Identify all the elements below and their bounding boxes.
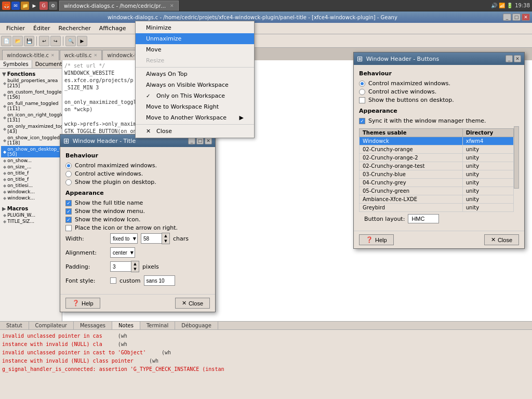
firefox-icon[interactable]: 🦊 bbox=[2, 2, 10, 10]
toolbar-save[interactable]: 💾 bbox=[24, 36, 34, 46]
dialog-buttons-minimize[interactable]: _ bbox=[506, 55, 513, 62]
ctx-move[interactable]: Move bbox=[136, 44, 254, 55]
cb-window-icon[interactable]: ✓ Show the window Icon. bbox=[65, 216, 210, 223]
dialog-title-close-x[interactable]: ✕ bbox=[205, 137, 212, 144]
tree-item-1[interactable]: ◆ on_custom_font_toggled [156] bbox=[1, 89, 61, 100]
tree-item-4[interactable]: ◆ on_only_maximized_toggled [43] bbox=[1, 123, 61, 135]
tree-section-fonctions[interactable]: ▼ Fonctions bbox=[1, 71, 61, 77]
terminal-icon[interactable]: ▶ bbox=[30, 2, 38, 10]
theme-row-4[interactable]: 03-Crunchy-blue unity bbox=[360, 170, 514, 179]
menu-editer[interactable]: Éditer bbox=[29, 24, 55, 33]
doc-tab-close-0[interactable]: ✕ bbox=[51, 53, 55, 58]
bottom-tab-notes[interactable]: Notes bbox=[112, 322, 140, 329]
menu-rechercher[interactable]: Rechercher bbox=[55, 24, 95, 33]
db-sync-checkbox[interactable]: ✓ Sync it with the window manager theme. bbox=[359, 117, 519, 124]
dialog-title-maximize[interactable]: □ bbox=[196, 137, 204, 144]
dialog-title-minimize[interactable]: _ bbox=[188, 137, 195, 144]
ctx-close[interactable]: ✕ Close bbox=[136, 126, 254, 137]
tree-item-3[interactable]: ◆ on_icon_on_right_toggled [131] bbox=[1, 112, 61, 123]
dialog-buttons-close-btn[interactable]: ✕ Close bbox=[484, 234, 519, 245]
radio-show-plugin[interactable]: Show the plugin on desktop. bbox=[65, 179, 210, 185]
cb-icon-right[interactable]: Place the icon or the arrow on right. bbox=[65, 224, 210, 231]
dialog-title-help-btn[interactable]: ❓ Help bbox=[65, 298, 100, 309]
db-radio-maximized[interactable]: Control maximized windows. bbox=[359, 80, 519, 87]
tree-macro-1[interactable]: ◆ TITLE_SIZ... bbox=[1, 218, 61, 224]
tree-item-13[interactable]: ◆ windowck... bbox=[1, 195, 61, 201]
tree-item-10[interactable]: ◆ on_title_f bbox=[1, 176, 61, 182]
theme-row-6[interactable]: 05-Crunchy-green unity bbox=[360, 187, 514, 195]
close-btn[interactable]: ✕ bbox=[522, 14, 530, 21]
tree-item-9[interactable]: ◆ on_title_f bbox=[1, 170, 61, 176]
menu-fichier[interactable]: Fichier bbox=[2, 24, 29, 33]
padding-increment-btn[interactable]: ▲ bbox=[131, 261, 139, 267]
toolbar-undo[interactable]: ↩ bbox=[39, 36, 49, 46]
ctx-always-on-top[interactable]: Always On Top bbox=[136, 69, 254, 79]
cb-window-menu[interactable]: ✓ Show the window menu. bbox=[65, 208, 210, 215]
theme-row-8[interactable]: Greybird unity bbox=[360, 204, 514, 212]
theme-row-1[interactable]: 02-Crunchy-orange unity bbox=[360, 145, 514, 154]
ctx-unmaximize[interactable]: Unmaximize bbox=[136, 33, 254, 44]
alignment-select[interactable]: center left right bbox=[110, 247, 135, 258]
ctx-resize[interactable]: Resize bbox=[136, 55, 254, 66]
tree-item-7[interactable]: ◆ on_show... bbox=[1, 157, 61, 164]
dialog-buttons-close-x[interactable]: ✕ bbox=[514, 55, 521, 62]
width-decrement-btn[interactable]: ▼ bbox=[162, 238, 169, 244]
padding-decrement-btn[interactable]: ▼ bbox=[131, 267, 139, 272]
theme-scrollbar[interactable] bbox=[514, 126, 519, 189]
theme-row-3[interactable]: 02-Crunchy-orange-test unity bbox=[360, 162, 514, 170]
geany-icon[interactable]: G bbox=[39, 2, 48, 10]
minimize-btn[interactable]: _ bbox=[503, 14, 511, 21]
toolbar-search[interactable]: 🔍 bbox=[65, 36, 76, 46]
bottom-tab-messages[interactable]: Messages bbox=[74, 322, 112, 329]
ctx-minimize[interactable]: Minimize bbox=[136, 22, 254, 33]
tree-item-2[interactable]: ◆ on_full_name_toggled [111] bbox=[1, 100, 61, 112]
font-value-input[interactable] bbox=[144, 275, 175, 286]
bottom-tab-compilateur[interactable]: Compilateur bbox=[29, 322, 74, 329]
theme-row-2[interactable]: 02-Crunchy-orange-2 unity bbox=[360, 154, 514, 162]
doc-tab-0[interactable]: windowck-title.c ✕ bbox=[2, 50, 59, 60]
cb-full-title[interactable]: ✓ Show the full title name bbox=[65, 200, 210, 206]
db-radio-desktop[interactable]: Show the buttons on desktop. bbox=[359, 97, 519, 103]
theme-row-7[interactable]: Ambiance-Xfce-LXDE unity bbox=[360, 195, 514, 204]
radio-control-active[interactable]: Control active windows. bbox=[65, 170, 210, 177]
toolbar-new[interactable]: 📄 bbox=[1, 36, 11, 46]
ctx-move-workspace-right[interactable]: Move to Workspace Right bbox=[136, 101, 254, 112]
doc-tab-close-1[interactable]: ✕ bbox=[94, 53, 98, 58]
tree-item-6[interactable]: ◆ on_show_on_desktop_toggled [50] bbox=[1, 146, 61, 157]
left-tab-documents[interactable]: Documents bbox=[32, 60, 62, 68]
taskbar-tab-close[interactable]: ✕ bbox=[170, 3, 174, 8]
thunderbird-icon[interactable]: ✉ bbox=[11, 2, 20, 10]
toolbar-compile[interactable]: ▶ bbox=[77, 36, 87, 46]
radio-control-maximized[interactable]: Control maximized windows. bbox=[65, 162, 210, 169]
dialog-title-close-btn[interactable]: ✕ Close bbox=[175, 298, 210, 309]
maximize-btn[interactable]: □ bbox=[512, 14, 521, 21]
toolbar-redo[interactable]: ↪ bbox=[50, 36, 61, 46]
doc-tab-1[interactable]: wck-utils.c ✕ bbox=[60, 50, 102, 60]
bottom-tab-statut[interactable]: Statut bbox=[0, 322, 29, 329]
tree-section-macros[interactable]: ▶ Macros bbox=[1, 205, 61, 212]
button-layout-input[interactable] bbox=[408, 214, 439, 223]
tree-item-0[interactable]: ◆ build_properties_area [215] bbox=[1, 77, 61, 89]
taskbar-tab-active[interactable]: windowck-dialogs.c - /home/cedric/projet… bbox=[59, 1, 179, 11]
toolbar-open[interactable]: 📂 bbox=[12, 36, 23, 46]
left-tab-symboles[interactable]: Symboles bbox=[0, 60, 32, 68]
ctx-always-visible[interactable]: Always on Visible Workspace bbox=[136, 79, 254, 90]
padding-value-input[interactable] bbox=[110, 261, 131, 272]
tree-item-11[interactable]: ◆ on_titlesi... bbox=[1, 182, 61, 189]
theme-row-0[interactable]: Windowck xfwm4 bbox=[360, 137, 514, 145]
dialog-buttons-help-btn[interactable]: ❓ Help bbox=[359, 234, 394, 245]
bottom-tab-deboguage[interactable]: Déboguage bbox=[175, 322, 218, 329]
theme-row-5[interactable]: 04-Crunchy-grey unity bbox=[360, 179, 514, 187]
menu-affichage[interactable]: Affichage bbox=[95, 24, 130, 33]
settings-icon[interactable]: ⚙ bbox=[49, 2, 57, 10]
tree-item-8[interactable]: ◆ on_size_... bbox=[1, 164, 61, 170]
folder-icon[interactable]: 📁 bbox=[21, 2, 29, 10]
db-radio-active[interactable]: Control active windows. bbox=[359, 88, 519, 95]
width-value-input[interactable] bbox=[141, 233, 162, 244]
width-mode-select[interactable]: fixed to expand bbox=[110, 233, 138, 244]
bottom-tab-terminal[interactable]: Terminal bbox=[140, 322, 175, 329]
width-increment-btn[interactable]: ▲ bbox=[162, 233, 169, 238]
tree-macro-0[interactable]: ◆ PLUGIN_W... bbox=[1, 212, 61, 218]
ctx-move-another-workspace[interactable]: Move to Another Workspace ▶ bbox=[136, 112, 254, 123]
tree-item-12[interactable]: ◆ windowck... bbox=[1, 189, 61, 195]
